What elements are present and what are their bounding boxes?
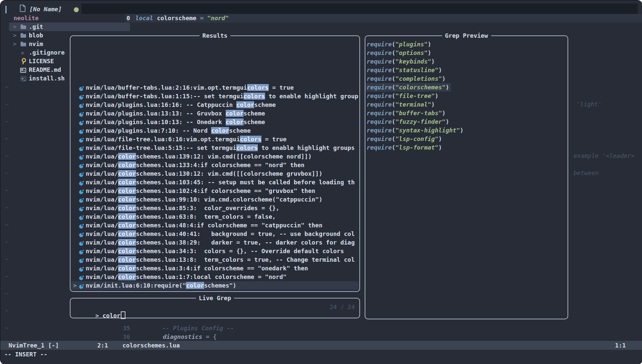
result-row[interactable]: nvim/lua/buffer-tabs.lua:1:15:-- set ter… xyxy=(71,92,359,101)
result-text-after: schemes") xyxy=(204,282,237,289)
tree-root-folder[interactable]: neolite xyxy=(0,14,130,23)
tilde-marker: ~ xyxy=(5,169,9,186)
statusline: NvimTree_1 [-] 2:1 colorschemes.lua 1:1 xyxy=(0,341,642,350)
lua-file-icon xyxy=(79,223,84,230)
tree-item[interactable]: >.git xyxy=(9,23,130,31)
result-text-before: nvim/lua/ xyxy=(86,196,118,203)
keyword-require: require xyxy=(367,110,392,116)
match-highlight: colors xyxy=(247,84,269,91)
result-row[interactable]: nvim/lua/file-tree.lua:6:16:vim.opt.term… xyxy=(71,135,359,144)
keyword-local: local xyxy=(135,15,153,22)
result-row[interactable]: nvim/lua/colorschemes.lua:34:3: colors =… xyxy=(71,247,359,255)
keyword-require: require xyxy=(367,92,392,99)
result-row[interactable]: nvim/lua/colorschemes.lua:133:4:if color… xyxy=(71,161,359,169)
result-text-after: schemes.lua:3:4:if colorscheme == "oneda… xyxy=(136,265,308,272)
result-text-after: schemes.lua:130:12: vim.cmd([[colorschem… xyxy=(136,170,323,177)
result-text-before: nvim/lua/ xyxy=(86,256,118,263)
result-row[interactable]: nvim/lua/plugins.lua:7:10: -- Nord color… xyxy=(71,126,359,135)
results-title: Results xyxy=(200,31,231,40)
equals-operator: = xyxy=(200,15,204,22)
result-text-after: schemes.lua:133:4:if colorscheme == "nor… xyxy=(136,161,304,168)
keyword-require: require xyxy=(367,135,392,142)
lua-file-icon xyxy=(79,171,84,178)
result-row[interactable]: nvim/lua/colorschemes.lua:63:8: term_col… xyxy=(71,212,359,221)
result-row[interactable]: nvim/lua/colorschemes.lua:130:12: vim.cm… xyxy=(71,169,359,178)
lua-file-icon xyxy=(79,188,84,195)
tree-item-label: blob xyxy=(29,32,43,39)
result-text-after: scheme xyxy=(244,110,265,117)
result-text-after: schemes.lua:103:45: -- setup must be cal… xyxy=(136,179,355,186)
result-text-before: nvim/lua/ xyxy=(86,170,118,177)
tilde-marker: ~ xyxy=(5,324,9,341)
result-text-after: schemes.lua:99:10: vim.cmd.colorscheme("… xyxy=(136,196,323,203)
lua-file-icon xyxy=(79,137,84,144)
match-highlight: color xyxy=(118,230,136,237)
live-grep-title: Live Grep xyxy=(196,294,234,302)
live-grep-input[interactable]: > color 24 / 24 xyxy=(74,303,355,337)
prompt-caret-icon: > xyxy=(95,312,103,319)
statusline-position: 2:1 xyxy=(97,341,108,350)
match-highlight: color xyxy=(118,239,136,246)
keyword-require: require xyxy=(367,49,392,56)
result-row[interactable]: nvim/lua/plugins.lua:10:13: -- Onedark c… xyxy=(71,118,359,126)
result-row[interactable]: nvim/lua/file-tree.lua:5:15:-- set termg… xyxy=(71,144,359,152)
result-row[interactable]: nvim/lua/colorschemes.lua:85:3: color_ov… xyxy=(71,204,359,212)
result-row[interactable]: nvim/lua/plugins.lua:13:13: -- Gruvbox c… xyxy=(71,109,359,118)
result-row[interactable]: nvim/lua/colorschemes.lua:102:4:if color… xyxy=(71,187,359,195)
modified-dot-icon xyxy=(74,7,79,12)
match-highlight: colors xyxy=(244,93,265,100)
match-highlight: color xyxy=(118,213,136,220)
result-row[interactable]: nvim/lua/colorschemes.lua:13:8: term_col… xyxy=(71,255,359,264)
chevron-right-icon: > xyxy=(13,40,20,48)
grep-preview-title: Grep Preview xyxy=(442,31,491,40)
live-grep-panel: Live Grep > color 24 / 24 xyxy=(70,298,360,318)
result-row[interactable]: nvim/lua/colorschemes.lua:139:12: vim.cm… xyxy=(71,152,359,161)
result-row[interactable]: nvim/lua/plugins.lua:16:16: -- Catppucci… xyxy=(71,101,359,109)
tilde-marker: ~ xyxy=(5,272,9,289)
match-highlight: color xyxy=(118,161,136,168)
result-row[interactable]: nvim/lua/colorschemes.lua:99:10: vim.cmd… xyxy=(71,195,359,204)
result-text-before: nvim/lua/ xyxy=(86,222,118,229)
lua-file-icon xyxy=(79,249,84,255)
result-row[interactable]: nvim/lua/colorschemes.lua:103:45: -- set… xyxy=(71,178,359,187)
result-row[interactable]: >nvim/init.lua:6:10:require("colorscheme… xyxy=(71,281,359,290)
match-highlight: color xyxy=(226,118,244,125)
lua-file-icon xyxy=(79,128,84,135)
result-row[interactable]: nvim/lua/colorschemes.lua:40:41: backgro… xyxy=(71,230,359,238)
result-text-before: nvim/lua/ xyxy=(86,248,118,254)
result-text-before: nvim/lua/buffer-tabs.lua:2:16:vim.opt.te… xyxy=(86,84,247,91)
preview-code: require("plugins") require("options") re… xyxy=(365,40,567,152)
match-highlight: color xyxy=(118,153,136,160)
result-text-after: to enable highlight groups xyxy=(258,144,355,151)
result-text-before: nvim/lua/buffer-tabs.lua:1:15:-- set ter… xyxy=(86,93,244,100)
chevron-right-icon: > xyxy=(13,31,20,40)
active-tab-indicator xyxy=(5,6,7,14)
tab-buffer-name[interactable]: [No Name] xyxy=(29,5,62,14)
preview-code-line: require("statusline") xyxy=(365,66,444,74)
tilde-marker: ~ xyxy=(5,306,9,324)
lua-file-icon xyxy=(79,111,84,118)
match-highlight: color xyxy=(118,273,136,280)
result-text-before: nvim/lua/file-tree.lua:6:16:vim.opt.term… xyxy=(86,136,240,143)
result-text-before: nvim/lua/ xyxy=(86,153,118,160)
string-nord: "nord" xyxy=(207,15,229,22)
require-module-string: "lsp-format" xyxy=(395,144,438,151)
result-row[interactable]: nvim/lua/colorschemes.lua:1:7:local colo… xyxy=(71,273,359,281)
lua-file-icon xyxy=(79,205,84,212)
require-module-string: "file-tree" xyxy=(395,92,435,99)
tree-item-label: .gitignore xyxy=(29,49,65,56)
preview-code-line: require("fuzzy-finder") xyxy=(365,117,451,126)
preview-code-line: require("completions") xyxy=(365,74,447,83)
keyword-require: require xyxy=(367,127,392,134)
require-module-string: "lsp-config" xyxy=(395,135,438,142)
tilde-marker: ~ xyxy=(5,100,9,117)
result-row[interactable]: nvim/lua/colorschemes.lua:3:4:if colorsc… xyxy=(71,264,359,273)
result-row[interactable]: nvim/lua/buffer-tabs.lua:2:16:vim.opt.te… xyxy=(71,83,359,92)
match-highlight: color xyxy=(118,222,136,229)
lua-file-icon xyxy=(79,197,84,204)
result-row[interactable]: nvim/lua/colorschemes.lua:48:4:if colors… xyxy=(71,221,359,230)
result-row[interactable]: nvim/lua/colorschemes.lua:38:29: darker … xyxy=(71,238,359,247)
gitignore-icon xyxy=(20,48,29,57)
clipped-text-light: 'light' xyxy=(576,100,602,109)
result-text-before: nvim/lua/ xyxy=(86,273,118,280)
